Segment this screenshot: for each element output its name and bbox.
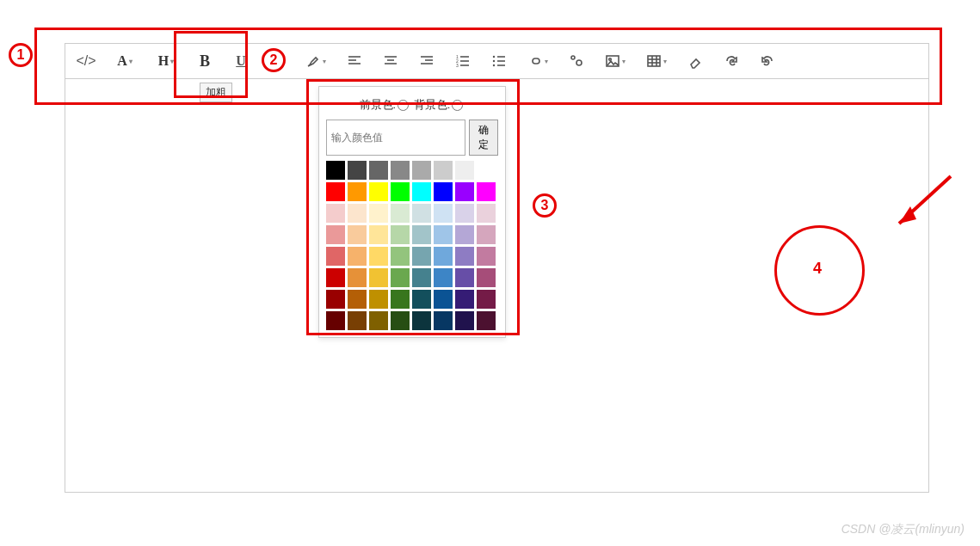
color-swatch[interactable]: [477, 161, 496, 180]
underline-button[interactable]: U: [231, 51, 251, 71]
color-swatch[interactable]: [455, 268, 474, 287]
color-swatch[interactable]: [369, 204, 388, 223]
eraser-button[interactable]: [685, 51, 706, 71]
color-swatch[interactable]: [391, 204, 410, 223]
color-swatch[interactable]: [455, 311, 474, 330]
code-button[interactable]: </>: [76, 51, 96, 71]
color-swatch[interactable]: [348, 225, 367, 244]
color-swatch[interactable]: [391, 247, 410, 266]
color-swatch[interactable]: [348, 268, 367, 287]
svg-point-16: [493, 60, 495, 62]
align-left-button[interactable]: [344, 51, 365, 71]
color-swatch[interactable]: [434, 225, 453, 244]
image-button[interactable]: ▾: [602, 51, 628, 71]
color-swatch[interactable]: [326, 225, 345, 244]
color-swatch[interactable]: [348, 161, 367, 180]
color-swatch[interactable]: [455, 247, 474, 266]
color-swatch[interactable]: [412, 225, 431, 244]
redo-button[interactable]: [721, 51, 742, 71]
color-swatch[interactable]: [348, 182, 367, 201]
font-button[interactable]: A▾: [112, 51, 138, 71]
color-swatch[interactable]: [434, 204, 453, 223]
color-swatch[interactable]: [477, 247, 496, 266]
color-swatch[interactable]: [369, 311, 388, 330]
color-swatch[interactable]: [391, 182, 410, 201]
color-swatch[interactable]: [326, 247, 345, 266]
color-swatch[interactable]: [326, 311, 345, 330]
color-swatch[interactable]: [412, 268, 431, 287]
brush-button[interactable]: ▾: [303, 51, 329, 71]
color-swatch[interactable]: [326, 204, 345, 223]
color-value-input[interactable]: [326, 120, 465, 156]
color-swatch[interactable]: [348, 290, 367, 309]
color-swatch[interactable]: [455, 182, 474, 201]
color-swatch[interactable]: [412, 290, 431, 309]
color-panel: 前景色: 背景色: 确定: [318, 86, 506, 338]
color-swatch[interactable]: [477, 311, 496, 330]
image-icon: [605, 53, 620, 69]
color-swatch[interactable]: [391, 225, 410, 244]
color-swatch[interactable]: [412, 161, 431, 180]
table-icon: [646, 53, 662, 69]
color-swatch[interactable]: [326, 290, 345, 309]
svg-rect-25: [648, 56, 660, 66]
undo-button[interactable]: [757, 51, 778, 71]
link-button[interactable]: ▾: [525, 51, 551, 71]
color-swatch[interactable]: [391, 311, 410, 330]
background-radio[interactable]: [452, 100, 463, 111]
heading-button[interactable]: H▾: [153, 51, 179, 71]
color-swatch[interactable]: [326, 161, 345, 180]
color-swatch[interactable]: [434, 311, 453, 330]
color-swatch[interactable]: [326, 182, 345, 201]
color-swatch[interactable]: [369, 247, 388, 266]
color-swatch[interactable]: [477, 268, 496, 287]
strike-button[interactable]: S: [267, 51, 287, 71]
table-button[interactable]: ▾: [644, 51, 669, 71]
confirm-button[interactable]: 确定: [469, 120, 498, 156]
color-swatch[interactable]: [434, 247, 453, 266]
color-swatch[interactable]: [455, 290, 474, 309]
color-swatch[interactable]: [391, 290, 410, 309]
undo-icon: [760, 53, 775, 69]
color-swatch[interactable]: [369, 161, 388, 180]
color-swatch[interactable]: [412, 182, 431, 201]
align-right-button[interactable]: [416, 51, 437, 71]
color-swatch[interactable]: [348, 204, 367, 223]
color-swatch[interactable]: [391, 268, 410, 287]
svg-point-22: [576, 60, 582, 65]
color-swatch[interactable]: [412, 311, 431, 330]
color-swatch[interactable]: [455, 204, 474, 223]
list-ul-icon: [491, 53, 507, 69]
color-swatch[interactable]: [369, 268, 388, 287]
color-swatch[interactable]: [348, 247, 367, 266]
ordered-list-button[interactable]: 123: [453, 51, 473, 71]
color-swatch[interactable]: [477, 204, 496, 223]
color-swatch[interactable]: [477, 290, 496, 309]
emoji-button[interactable]: [566, 51, 587, 71]
color-swatch[interactable]: [477, 225, 496, 244]
color-swatch[interactable]: [391, 161, 410, 180]
foreground-radio[interactable]: [398, 100, 409, 111]
color-swatch[interactable]: [434, 161, 453, 180]
align-center-button[interactable]: [380, 51, 401, 71]
color-mode-row: 前景色: 背景色:: [326, 94, 498, 120]
color-swatch[interactable]: [455, 161, 474, 180]
bold-button[interactable]: B: [194, 51, 215, 71]
color-swatch[interactable]: [434, 290, 453, 309]
color-swatch[interactable]: [369, 225, 388, 244]
align-center-icon: [383, 53, 398, 69]
align-right-icon: [419, 53, 435, 69]
color-swatch[interactable]: [477, 182, 496, 201]
color-swatch[interactable]: [455, 225, 474, 244]
align-left-icon: [347, 53, 362, 69]
chevron-down-icon: ▾: [129, 58, 133, 65]
color-swatch[interactable]: [434, 268, 453, 287]
unordered-list-button[interactable]: [489, 51, 509, 71]
color-swatch[interactable]: [434, 182, 453, 201]
color-swatch[interactable]: [326, 268, 345, 287]
color-swatch[interactable]: [412, 204, 431, 223]
color-swatch[interactable]: [369, 290, 388, 309]
color-swatch[interactable]: [412, 247, 431, 266]
color-swatch[interactable]: [369, 182, 388, 201]
color-swatch[interactable]: [348, 311, 367, 330]
